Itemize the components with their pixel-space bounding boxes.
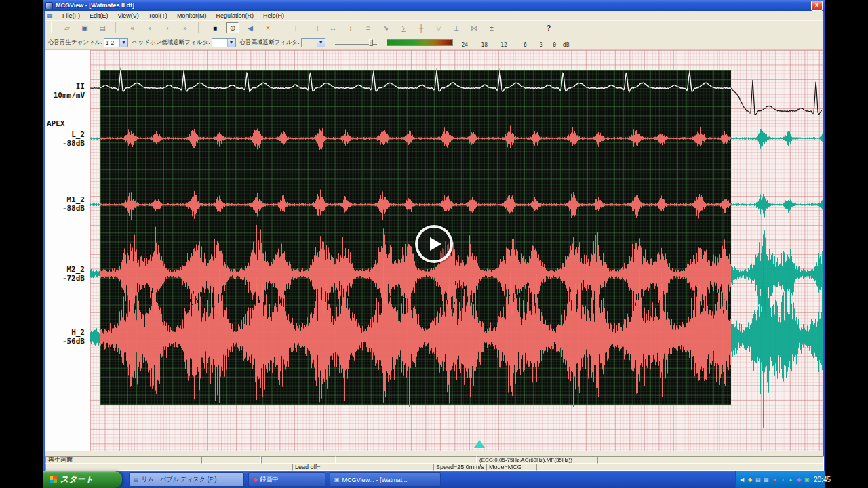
channel-label-ecg: II — [76, 83, 85, 91]
open-icon[interactable]: ▱ — [61, 22, 73, 33]
toolbar: ▱▣▤«‹›»■⊕◀×⊢⊣↔↕≡∿∑┼▽⊥⋈±? — [45, 20, 823, 35]
highcut-filter-combo[interactable]: ▼ — [301, 38, 326, 47]
range-icon[interactable]: ⋈ — [468, 22, 480, 33]
start-label: スタート — [60, 474, 94, 485]
waveform-view: II 10mm/mV APEX L_2 -88dB M1_2 -88dB M2_… — [45, 50, 823, 451]
channel-gain-m1: -88dB — [62, 205, 85, 213]
step-forward-icon[interactable]: › — [161, 22, 174, 33]
lowcut-filter-combo[interactable]: - ▼ — [212, 38, 236, 47]
disk-icon: ▤ — [134, 476, 139, 483]
chevron-down-icon[interactable]: ▼ — [119, 39, 127, 47]
text-tool-icon[interactable]: ⊥ — [450, 22, 462, 33]
document-icon: ▦ — [47, 12, 54, 19]
toolbar-separator — [281, 22, 285, 33]
start-button[interactable]: スタート — [43, 471, 122, 488]
channel-label-apex: APEX — [47, 120, 65, 128]
channel-label-m2: M2_2 — [67, 266, 85, 274]
task-label: MCGView... - [Watmat... — [342, 476, 408, 483]
window-border-right — [823, 11, 825, 471]
tray-icon-2[interactable]: ▤ — [755, 476, 762, 483]
status-panel-empty-2 — [261, 456, 336, 464]
menu-bar: ▦ File(F) Edit(E) View(V) Tool(T) Monito… — [45, 11, 823, 20]
position-marker-icon[interactable] — [474, 440, 485, 448]
fast-forward-icon[interactable]: » — [179, 22, 191, 33]
toolbar-grip[interactable] — [51, 22, 54, 33]
tray-icon-5[interactable]: ♪ — [779, 476, 786, 483]
menu-file[interactable]: File(F) — [58, 12, 85, 19]
channel-label-m1: M1_2 — [67, 196, 85, 204]
window-title: MCGView - [Watmates II df] — [56, 2, 134, 9]
status-panel-empty-4 — [597, 456, 824, 464]
application-window: MCGView - [Watmates II df] x ▦ File(F) E… — [43, 0, 825, 488]
status-panel-empty-5 — [45, 464, 292, 471]
play-icon — [430, 237, 441, 251]
tray-icon-6[interactable]: ▲ — [787, 476, 794, 483]
status-speed: Speed=25.0mm/s — [433, 464, 486, 471]
pin-icon[interactable]: ± — [486, 22, 498, 33]
speaker-icon[interactable]: ◀ — [244, 22, 256, 33]
status-panel-empty-6 — [536, 464, 824, 471]
tray-icons: ◀◆▤▦●♪▲◆▣ — [738, 476, 810, 483]
status-panel-empty-1 — [201, 456, 261, 464]
sum-icon[interactable]: ∑ — [397, 22, 410, 33]
measure-right-icon[interactable]: ⊣ — [309, 22, 321, 33]
channel-select-value: 1-2 — [104, 39, 119, 46]
help-icon[interactable]: ? — [542, 22, 555, 33]
title-bar: MCGView - [Watmates II df] x — [43, 0, 825, 11]
tray-icon-4[interactable]: ● — [771, 476, 778, 483]
chevron-down-icon[interactable]: ▼ — [317, 39, 325, 47]
channel-gain-m2: -72dB — [62, 274, 85, 283]
status-panel-empty-3 — [336, 456, 477, 464]
vu-meter — [387, 39, 453, 46]
toolbar-separator — [505, 22, 509, 33]
toolbar-separator — [198, 22, 202, 33]
tray-icon-1[interactable]: ◆ — [747, 476, 753, 483]
system-tray: ◀◆▤▦●♪▲◆▣ 20:45 — [735, 471, 825, 488]
menu-edit[interactable]: Edit(E) — [85, 12, 113, 19]
baseline-icon[interactable]: ≡ — [362, 22, 374, 33]
marker-icon[interactable]: ▽ — [433, 22, 445, 33]
channel-label-strip: II 10mm/mV APEX L_2 -88dB M1_2 -88dB M2_… — [45, 50, 90, 451]
wave-icon[interactable]: ∿ — [380, 22, 392, 33]
taskbar-clock: 20:45 — [814, 476, 831, 483]
tray-icon-8[interactable]: ▣ — [804, 476, 810, 483]
chevron-down-icon[interactable]: ▼ — [227, 39, 235, 47]
channel-label-h2: H_2 — [71, 329, 85, 337]
slider-thumb[interactable] — [369, 39, 373, 46]
toolbar-separator — [115, 22, 119, 33]
tray-icon-3[interactable]: ▦ — [763, 476, 770, 483]
menu-regulation[interactable]: Regulation(R) — [211, 12, 258, 19]
save-icon[interactable]: ▣ — [79, 22, 91, 33]
erase-icon[interactable]: × — [262, 22, 274, 33]
stop-icon[interactable]: ■ — [209, 22, 221, 33]
tray-icon-0[interactable]: ◀ — [738, 476, 745, 483]
waveform-chart[interactable] — [90, 50, 823, 451]
measure-left-icon[interactable]: ⊢ — [292, 22, 304, 33]
caliper-v-icon[interactable]: ↕ — [344, 22, 357, 33]
taskbar-button-recording[interactable]: ◆ 録画中 — [248, 472, 326, 487]
volume-slider[interactable] — [335, 39, 377, 47]
grid-icon[interactable]: ┼ — [415, 22, 427, 33]
task-label: リムーバブル ディスク (F:) — [142, 475, 217, 484]
taskbar-button-removable-disk[interactable]: ▤ リムーバブル ディスク (F:) — [129, 472, 244, 487]
highcut-filter-label: 心音高域遮断フィルタ: — [240, 39, 300, 47]
status-ecg-filter: (ECG:0.05-75Hz,AC(60Hz),MF(35Hz)) — [477, 456, 597, 464]
taskbar-button-mcgview[interactable]: ▣ MCGView... - [Watmat... — [330, 472, 441, 487]
print-icon[interactable]: ▤ — [96, 22, 108, 33]
caliper-h-icon[interactable]: ↔ — [327, 22, 339, 33]
channel-gain-h2: -56dB — [62, 338, 85, 346]
tray-icon-7[interactable]: ◆ — [795, 476, 802, 483]
step-back-icon[interactable]: ‹ — [144, 22, 156, 33]
menu-help[interactable]: Help(H) — [258, 12, 289, 19]
channel-select-combo[interactable]: 1-2 ▼ — [104, 38, 128, 47]
close-button[interactable]: x — [811, 1, 823, 11]
rewind-icon[interactable]: « — [126, 22, 138, 33]
status-screen-mode: 再生画面 — [45, 456, 201, 464]
menu-monitor[interactable]: Monitor(M) — [172, 12, 212, 19]
zoom-select-icon[interactable]: ⊕ — [226, 22, 239, 33]
channel-gain-l2: -88dB — [62, 140, 85, 148]
menu-tool[interactable]: Tool(T) — [144, 12, 172, 19]
video-play-overlay[interactable] — [415, 225, 453, 263]
status-mode: Mode=MCG — [486, 464, 536, 471]
menu-view[interactable]: View(V) — [113, 12, 144, 19]
